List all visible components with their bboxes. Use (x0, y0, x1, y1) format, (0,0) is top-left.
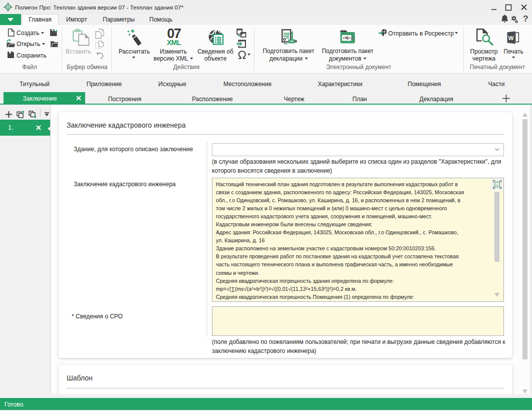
svg-text:XML: XML (284, 32, 292, 36)
svg-text:W: W (508, 35, 514, 41)
